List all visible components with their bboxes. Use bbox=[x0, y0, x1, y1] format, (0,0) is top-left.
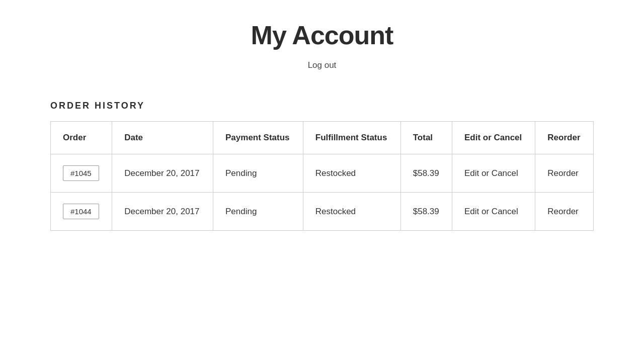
table-body: #1045December 20, 2017PendingRestocked$5… bbox=[51, 154, 594, 231]
page-title: My Account bbox=[50, 20, 594, 50]
logout-link[interactable]: Log out bbox=[308, 60, 337, 70]
cell-fulfillment-status: Restocked bbox=[303, 154, 400, 193]
col-header-reorder: Reorder bbox=[535, 122, 594, 154]
table-row: #1045December 20, 2017PendingRestocked$5… bbox=[51, 154, 594, 193]
col-header-total: Total bbox=[400, 122, 452, 154]
edit-or-cancel-link[interactable]: Edit or Cancel bbox=[464, 168, 518, 178]
order-history-section: ORDER HISTORY Order Date Payment Status … bbox=[50, 101, 594, 231]
page-header: My Account Log out bbox=[50, 20, 594, 70]
cell-payment-status: Pending bbox=[213, 154, 303, 193]
order-number-badge[interactable]: #1045 bbox=[63, 165, 99, 181]
col-header-payment-status: Payment Status bbox=[213, 122, 303, 154]
cell-order: #1044 bbox=[51, 193, 112, 231]
cell-total: $58.39 bbox=[400, 193, 452, 231]
cell-order: #1045 bbox=[51, 154, 112, 193]
cell-reorder: Reorder bbox=[535, 154, 594, 193]
cell-fulfillment-status: Restocked bbox=[303, 193, 400, 231]
reorder-link[interactable]: Reorder bbox=[547, 207, 578, 216]
edit-or-cancel-link[interactable]: Edit or Cancel bbox=[464, 207, 518, 216]
cell-date: December 20, 2017 bbox=[112, 154, 213, 193]
cell-total: $58.39 bbox=[400, 154, 452, 193]
cell-reorder: Reorder bbox=[535, 193, 594, 231]
col-header-fulfillment-status: Fulfillment Status bbox=[303, 122, 400, 154]
table-header: Order Date Payment Status Fulfillment St… bbox=[51, 122, 594, 154]
section-title: ORDER HISTORY bbox=[50, 101, 594, 111]
col-header-date: Date bbox=[112, 122, 213, 154]
header-row: Order Date Payment Status Fulfillment St… bbox=[51, 122, 594, 154]
col-header-edit-or-cancel: Edit or Cancel bbox=[452, 122, 535, 154]
order-table: Order Date Payment Status Fulfillment St… bbox=[50, 121, 594, 231]
col-header-order: Order bbox=[51, 122, 112, 154]
cell-edit-or-cancel: Edit or Cancel bbox=[452, 193, 535, 231]
table-row: #1044December 20, 2017PendingRestocked$5… bbox=[51, 193, 594, 231]
page-container: My Account Log out ORDER HISTORY Order D… bbox=[20, 0, 624, 251]
cell-edit-or-cancel: Edit or Cancel bbox=[452, 154, 535, 193]
order-number-badge[interactable]: #1044 bbox=[63, 204, 99, 219]
cell-date: December 20, 2017 bbox=[112, 193, 213, 231]
cell-payment-status: Pending bbox=[213, 193, 303, 231]
reorder-link[interactable]: Reorder bbox=[547, 168, 578, 178]
